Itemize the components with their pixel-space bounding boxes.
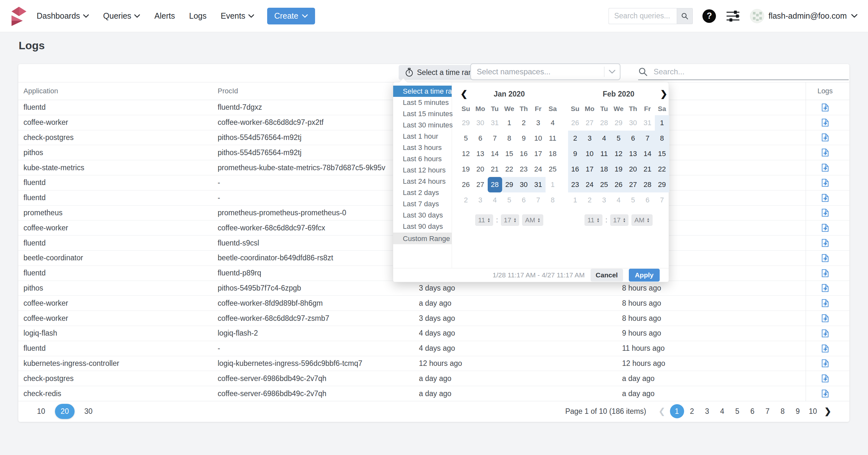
day-cell[interactable]: 2	[583, 193, 597, 208]
day-cell[interactable]: 5	[612, 131, 626, 146]
user-menu[interactable]: flash-admin@foo.com	[750, 9, 858, 23]
page-number-10[interactable]: 10	[805, 404, 820, 418]
column-header-procid[interactable]: ProcId	[218, 87, 419, 95]
day-cell[interactable]: 8	[502, 131, 517, 146]
day-cell[interactable]: 8	[655, 131, 669, 146]
time-range-option[interactable]: Last 6 hours	[393, 153, 452, 165]
time-range-option[interactable]: Last 7 days	[393, 198, 452, 209]
day-cell[interactable]: 12	[612, 146, 626, 162]
open-logs-icon[interactable]	[820, 178, 830, 188]
day-cell[interactable]: 23	[568, 177, 583, 193]
time-range-option-custom[interactable]: Custom Range	[393, 233, 452, 244]
day-cell[interactable]: 12	[459, 146, 473, 162]
day-cell[interactable]: 11	[597, 146, 612, 162]
day-cell[interactable]: 29	[459, 115, 473, 131]
day-cell[interactable]: 29	[612, 115, 626, 131]
day-cell[interactable]: 3	[583, 131, 597, 146]
time-range-option-active[interactable]: Select a time range	[393, 86, 452, 97]
day-cell[interactable]: 16	[568, 162, 583, 177]
day-cell[interactable]: 14	[488, 146, 502, 162]
day-cell[interactable]: 25	[597, 177, 612, 193]
cancel-button[interactable]: Cancel	[591, 269, 623, 282]
day-cell[interactable]: 19	[612, 162, 626, 177]
day-cell[interactable]: 6	[517, 193, 531, 208]
stepper-arrows-icon[interactable]: ▲▼	[487, 218, 490, 223]
time-range-option[interactable]: Last 2 days	[393, 187, 452, 198]
page-number-1[interactable]: 1	[670, 404, 684, 418]
stepper-arrows-icon[interactable]: ▲▼	[514, 218, 516, 223]
namespaces-select[interactable]: Select namespaces...	[470, 63, 620, 80]
day-cell[interactable]: 6	[641, 193, 655, 208]
page-number-9[interactable]: 9	[790, 404, 805, 418]
stepper-arrows-icon[interactable]: ▲▼	[597, 218, 599, 223]
page-number-5[interactable]: 5	[730, 404, 745, 418]
table-search-input[interactable]	[654, 67, 849, 76]
time-range-option[interactable]: Last 3 hours	[393, 142, 452, 153]
day-cell[interactable]: 10	[531, 131, 546, 146]
time-range-option[interactable]: Last 30 days	[393, 209, 452, 221]
open-logs-icon[interactable]	[820, 283, 830, 293]
stepper-arrows-icon[interactable]: ▲▼	[537, 218, 540, 223]
day-cell[interactable]: 30	[626, 115, 641, 131]
day-cell[interactable]: 27	[473, 177, 488, 193]
next-page-icon[interactable]: ❯	[820, 406, 835, 417]
open-logs-icon[interactable]	[820, 148, 830, 158]
day-cell[interactable]: 4	[612, 193, 626, 208]
day-cell[interactable]: 28	[597, 115, 612, 131]
settings-sliders-icon[interactable]	[725, 10, 740, 22]
time-range-option[interactable]: Last 24 hours	[393, 176, 452, 187]
day-cell[interactable]: 2	[517, 115, 531, 131]
day-cell[interactable]: 7	[488, 131, 502, 146]
time-range-option[interactable]: Last 90 days	[393, 221, 452, 232]
day-cell[interactable]: 1	[655, 115, 669, 131]
day-cell[interactable]: 11	[546, 131, 560, 146]
day-cell[interactable]: 5	[502, 193, 517, 208]
day-cell[interactable]: 30	[517, 177, 531, 193]
open-logs-icon[interactable]	[820, 118, 830, 127]
page-size-20[interactable]: 20	[55, 404, 75, 419]
day-cell[interactable]: 24	[531, 162, 546, 177]
prev-page-icon[interactable]: ❮	[654, 406, 669, 417]
page-number-4[interactable]: 4	[715, 404, 730, 418]
day-cell[interactable]: 3	[473, 193, 488, 208]
create-button[interactable]: Create	[267, 8, 315, 25]
query-search-button[interactable]	[677, 8, 693, 24]
nav-item-queries[interactable]: Queries	[103, 11, 141, 21]
day-cell[interactable]: 23	[517, 162, 531, 177]
day-cell[interactable]: 18	[546, 146, 560, 162]
time-spinner[interactable]: AM▲▼	[631, 214, 652, 226]
day-cell[interactable]: 17	[583, 162, 597, 177]
day-cell[interactable]: 1	[568, 193, 583, 208]
day-cell[interactable]: 5	[459, 131, 473, 146]
day-cell[interactable]: 1	[546, 177, 560, 193]
query-search-input[interactable]	[609, 8, 677, 24]
next-month-icon[interactable]: ❯	[660, 89, 668, 99]
day-cell[interactable]: 10	[583, 146, 597, 162]
day-cell[interactable]: 4	[488, 193, 502, 208]
open-logs-icon[interactable]	[820, 313, 830, 323]
page-number-3[interactable]: 3	[700, 404, 715, 418]
brand-logo-icon[interactable]	[10, 6, 28, 26]
nav-item-alerts[interactable]: Alerts	[154, 11, 175, 21]
day-cell[interactable]: 6	[626, 131, 641, 146]
time-spinner[interactable]: AM▲▼	[522, 214, 543, 226]
day-cell[interactable]: 3	[597, 193, 612, 208]
day-cell[interactable]: 16	[517, 146, 531, 162]
page-number-7[interactable]: 7	[760, 404, 775, 418]
day-cell[interactable]: 4	[546, 115, 560, 131]
day-cell[interactable]: 27	[626, 177, 641, 193]
time-range-option[interactable]: Last 5 minutes	[393, 97, 452, 108]
open-logs-icon[interactable]	[820, 253, 830, 263]
time-range-option[interactable]: Last 15 minutes	[393, 108, 452, 119]
help-icon[interactable]: ?	[703, 9, 716, 23]
day-cell[interactable]: 27	[583, 115, 597, 131]
nav-item-events[interactable]: Events	[220, 11, 254, 21]
day-cell[interactable]: 7	[655, 193, 669, 208]
apply-button[interactable]: Apply	[629, 269, 660, 282]
day-cell[interactable]: 3	[531, 115, 546, 131]
open-logs-icon[interactable]	[820, 133, 830, 142]
page-number-2[interactable]: 2	[684, 404, 700, 418]
day-cell[interactable]: 24	[583, 177, 597, 193]
day-cell[interactable]: 9	[517, 131, 531, 146]
open-logs-icon[interactable]	[820, 329, 830, 338]
